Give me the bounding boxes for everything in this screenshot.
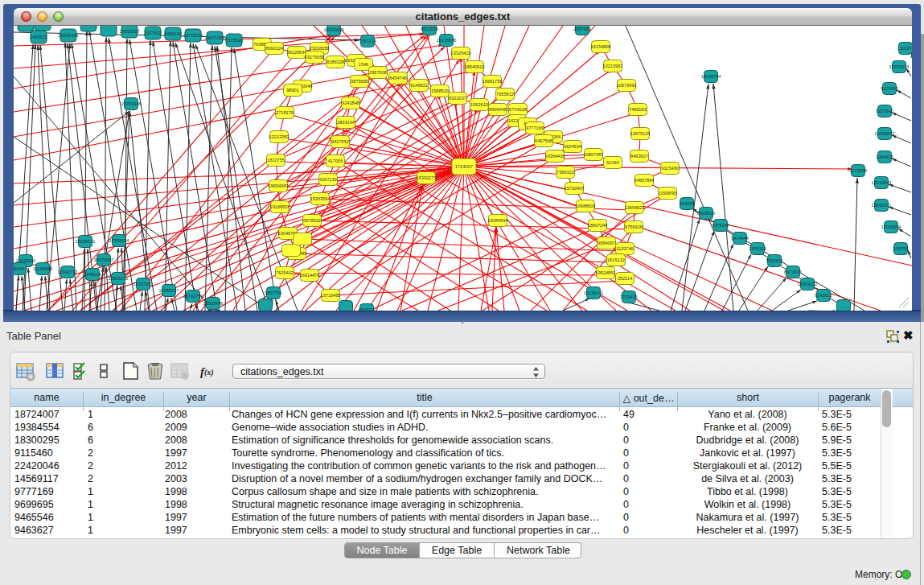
svg-text:9227342: 9227342: [876, 109, 893, 113]
svg-text:1145194: 1145194: [84, 272, 101, 277]
svg-text:7955812: 7955812: [496, 92, 514, 97]
svg-text:9245612: 9245612: [815, 293, 832, 298]
svg-text:62160: 62160: [606, 160, 619, 165]
svg-text:10719155: 10719155: [183, 33, 203, 38]
svg-text:126753: 126753: [893, 246, 909, 251]
svg-text:12213967: 12213967: [603, 64, 623, 68]
svg-text:7625402: 7625402: [276, 270, 294, 275]
svg-text:20364436: 20364436: [545, 154, 565, 159]
svg-text:1810755: 1810755: [267, 158, 285, 163]
svg-text:2718176: 2718176: [276, 110, 294, 115]
svg-text:19671355: 19671355: [205, 35, 225, 40]
svg-text:15692971: 15692971: [872, 203, 892, 208]
svg-text:2935114: 2935114: [749, 246, 766, 251]
svg-text:6734028: 6734028: [509, 107, 527, 112]
svg-text:3267130: 3267130: [319, 177, 337, 182]
svg-text:1733426: 1733426: [620, 295, 638, 299]
svg-text:1099695: 1099695: [659, 191, 676, 196]
svg-text:14435001: 14435001: [16, 258, 36, 263]
svg-text:7485063: 7485063: [629, 107, 647, 112]
svg-text:54957864: 54957864: [634, 178, 655, 183]
svg-text:15302273: 15302273: [417, 175, 437, 180]
svg-text:10807487: 10807487: [584, 152, 604, 157]
svg-text:3624534: 3624534: [564, 144, 581, 149]
svg-text:12505135: 12505135: [109, 276, 129, 281]
svg-text:252214: 252214: [618, 276, 633, 281]
svg-text:1405572: 1405572: [30, 35, 47, 39]
svg-text:7515526: 7515526: [225, 38, 243, 43]
svg-text:6379197: 6379197: [712, 223, 729, 228]
svg-text:9427552: 9427552: [331, 139, 349, 144]
svg-text:19524851: 19524851: [596, 270, 616, 275]
svg-text:8322037: 8322037: [449, 96, 466, 101]
svg-text:15353594: 15353594: [310, 196, 331, 201]
svg-text:9115460: 9115460: [661, 166, 678, 171]
svg-text:9146821: 9146821: [410, 83, 428, 88]
svg-text:10688609: 10688609: [576, 204, 596, 208]
svg-text:19654983: 19654983: [269, 183, 289, 188]
svg-text:7632621: 7632621: [766, 258, 783, 263]
svg-text:19384554: 19384554: [488, 218, 508, 223]
svg-text:5578332: 5578332: [303, 218, 321, 223]
svg-text:8186328: 8186328: [326, 60, 344, 64]
svg-text:1120746: 1120746: [616, 246, 633, 251]
svg-text:1724007: 1724007: [455, 164, 473, 169]
svg-text:16914479: 16914479: [300, 273, 320, 278]
svg-text:8660124: 8660124: [265, 46, 283, 51]
svg-text:1588520: 1588520: [431, 89, 449, 93]
svg-text:16210643: 16210643: [872, 180, 892, 185]
svg-text:8471676: 8471676: [784, 270, 802, 274]
svg-text:18640910: 18640910: [465, 64, 485, 69]
svg-text:17957253: 17957253: [133, 282, 154, 286]
svg-text:93275058: 93275058: [305, 55, 325, 60]
svg-text:417006: 417006: [328, 159, 343, 163]
svg-text:16961758: 16961758: [483, 79, 503, 84]
svg-text:3875685: 3875685: [351, 79, 368, 84]
svg-text:11156829: 11156829: [33, 266, 52, 271]
svg-text:4698222: 4698222: [358, 307, 376, 311]
svg-text:6466160: 6466160: [164, 31, 182, 36]
svg-text:(x): (x): [204, 368, 214, 377]
svg-text:20206531: 20206531: [76, 239, 96, 244]
svg-text:15136141: 15136141: [584, 290, 604, 295]
svg-text:98901: 98901: [286, 88, 299, 93]
svg-text:12213383: 12213383: [269, 134, 290, 139]
svg-text:17359934: 17359934: [109, 238, 129, 243]
svg-text:9474444: 9474444: [731, 236, 749, 241]
svg-text:30975867: 30975867: [94, 257, 114, 262]
svg-text:16782759: 16782759: [183, 294, 203, 299]
svg-text:1562615: 1562615: [470, 102, 488, 107]
svg-text:1244415: 1244415: [876, 154, 893, 159]
svg-text:9756928: 9756928: [625, 225, 643, 229]
svg-text:16154808: 16154808: [591, 44, 611, 49]
svg-text:2087682: 2087682: [573, 27, 591, 31]
svg-text:20691406: 20691406: [59, 33, 79, 38]
svg-text:1527602: 1527602: [144, 31, 162, 35]
svg-text:15720407: 15720407: [565, 186, 585, 191]
svg-text:19166825: 19166825: [270, 204, 290, 209]
svg-text:164095: 164095: [680, 201, 695, 206]
svg-text:12093872: 12093872: [875, 131, 895, 136]
svg-text:11124: 11124: [900, 46, 912, 51]
svg-text:7357214: 7357214: [359, 39, 376, 43]
svg-text:6497568: 6497568: [535, 138, 552, 143]
svg-text:9242848: 9242848: [342, 101, 359, 105]
svg-text:2803144: 2803144: [337, 120, 355, 125]
svg-text:9857791: 9857791: [265, 290, 282, 295]
svg-text:12942737: 12942737: [58, 270, 78, 274]
svg-text:8463627: 8463627: [630, 154, 648, 159]
svg-text:2967608: 2967608: [369, 70, 387, 75]
svg-text:17016504: 17016504: [881, 225, 901, 229]
svg-text:23226058: 23226058: [310, 46, 330, 51]
svg-text:12923446: 12923446: [203, 301, 224, 306]
svg-text:8454749: 8454749: [389, 76, 407, 80]
svg-text:12975125: 12975125: [630, 131, 651, 136]
svg-text:1615132: 1615132: [607, 257, 625, 262]
svg-text:3215958: 3215958: [849, 168, 867, 173]
svg-text:13716485: 13716485: [321, 293, 341, 298]
svg-text:9777169: 9777169: [526, 126, 544, 130]
svg-text:13654923: 13654923: [625, 205, 645, 210]
svg-text:7386322: 7386322: [556, 170, 574, 175]
svg-text:13325419: 13325419: [451, 51, 471, 56]
svg-text:18907249: 18907249: [588, 223, 608, 228]
